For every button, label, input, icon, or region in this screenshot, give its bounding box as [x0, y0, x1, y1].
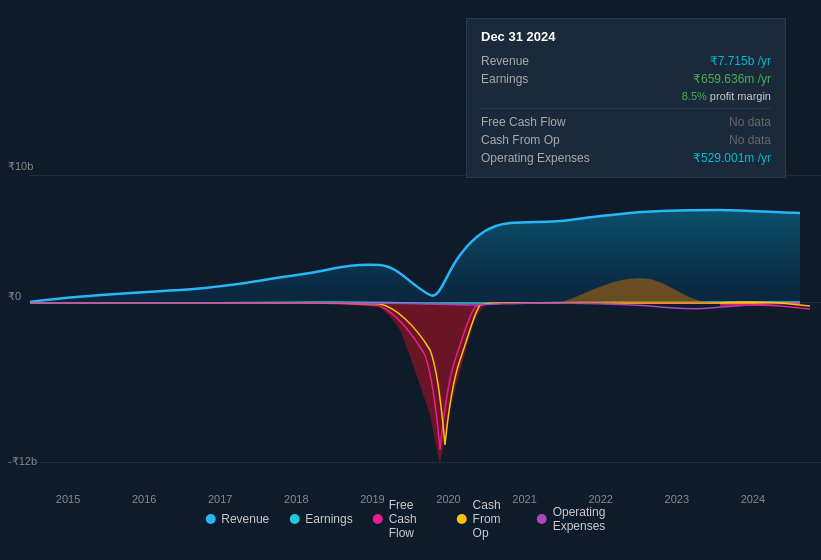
- x-label-2016: 2016: [132, 493, 156, 505]
- tooltip-box: Dec 31 2024 Revenue ₹7.715b /yr Earnings…: [466, 18, 786, 178]
- legend-revenue[interactable]: Revenue: [205, 512, 269, 526]
- legend-dot-revenue: [205, 514, 215, 524]
- chart-legend: Revenue Earnings Free Cash Flow Cash Fro…: [205, 498, 616, 540]
- revenue-fill: [30, 210, 800, 303]
- tooltip-title: Dec 31 2024: [481, 29, 771, 44]
- legend-dot-opex: [537, 514, 547, 524]
- legend-fcf[interactable]: Free Cash Flow: [373, 498, 437, 540]
- legend-opex[interactable]: Operating Expenses: [537, 505, 616, 533]
- tooltip-row-revenue: Revenue ₹7.715b /yr: [481, 52, 771, 70]
- chart-svg: [0, 155, 821, 485]
- tooltip-profit-margin: 8.5% profit margin: [682, 90, 771, 102]
- tooltip-row-opex: Operating Expenses ₹529.001m /yr: [481, 149, 771, 167]
- tooltip-label-revenue: Revenue: [481, 54, 591, 68]
- legend-dot-cashop: [457, 514, 467, 524]
- legend-label-fcf: Free Cash Flow: [389, 498, 437, 540]
- tooltip-value-earnings: ₹659.636m /yr: [693, 72, 771, 86]
- tooltip-value-opex: ₹529.001m /yr: [693, 151, 771, 165]
- tooltip-label-fcf: Free Cash Flow: [481, 115, 591, 129]
- tooltip-value-cashop: No data: [729, 133, 771, 147]
- x-label-2024: 2024: [741, 493, 765, 505]
- tooltip-row-margin: 8.5% profit margin: [481, 88, 771, 104]
- legend-label-opex: Operating Expenses: [553, 505, 616, 533]
- legend-dot-earnings: [289, 514, 299, 524]
- chart-container: Dec 31 2024 Revenue ₹7.715b /yr Earnings…: [0, 0, 821, 560]
- tooltip-value-fcf: No data: [729, 115, 771, 129]
- dip-fill: [370, 303, 490, 465]
- legend-earnings[interactable]: Earnings: [289, 512, 352, 526]
- x-label-2023: 2023: [665, 493, 689, 505]
- legend-dot-fcf: [373, 514, 383, 524]
- legend-label-cashop: Cash From Op: [473, 498, 517, 540]
- legend-cashop[interactable]: Cash From Op: [457, 498, 517, 540]
- legend-label-revenue: Revenue: [221, 512, 269, 526]
- tooltip-label-opex: Operating Expenses: [481, 151, 591, 165]
- legend-label-earnings: Earnings: [305, 512, 352, 526]
- tooltip-value-revenue: ₹7.715b /yr: [710, 54, 771, 68]
- tooltip-row-cashop: Cash From Op No data: [481, 131, 771, 149]
- tooltip-label-cashop: Cash From Op: [481, 133, 591, 147]
- tooltip-label-earnings: Earnings: [481, 72, 591, 86]
- x-label-2015: 2015: [56, 493, 80, 505]
- tooltip-row-fcf: Free Cash Flow No data: [481, 113, 771, 131]
- tooltip-row-earnings: Earnings ₹659.636m /yr: [481, 70, 771, 88]
